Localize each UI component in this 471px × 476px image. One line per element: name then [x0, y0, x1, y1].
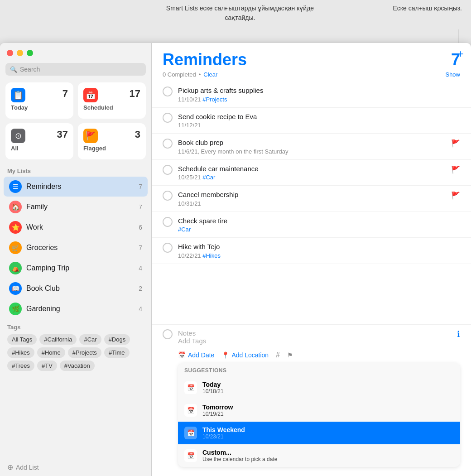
- tag-all-tags[interactable]: All Tags: [7, 334, 37, 345]
- reminder-item[interactable]: Check spare tire #Car: [152, 212, 471, 238]
- suggestions-header: Suggestions: [178, 363, 460, 376]
- suggestion-tomorrow[interactable]: 📅 Tomorrow 10/19/21: [178, 399, 460, 422]
- reminder-content-2: Send cookie recipe to Eva 11/12/21: [178, 112, 460, 129]
- list-item-bookclub[interactable]: 📖 Book Club 2: [4, 279, 148, 298]
- list-item-reminders[interactable]: ☰ Reminders 7: [4, 177, 148, 197]
- hashtag-button[interactable]: #: [276, 351, 280, 359]
- close-button[interactable]: [7, 50, 13, 56]
- reminder-tag-7[interactable]: #Hikes: [202, 252, 221, 259]
- reminder-checkbox-3[interactable]: [163, 139, 173, 149]
- list-item-work[interactable]: ⭐ Work 6: [4, 217, 148, 237]
- tag-hikes[interactable]: #Hikes: [7, 347, 34, 358]
- add-location-button[interactable]: 📍 Add Location: [221, 351, 269, 359]
- reminder-checkbox-4[interactable]: [163, 165, 173, 175]
- list-count-gardening: 4: [139, 305, 142, 313]
- suggestion-icon-weekend: 📅: [184, 427, 197, 439]
- suggestion-text-tomorrow: Tomorrow 10/19/21: [202, 404, 233, 417]
- reminder-flag-4: 🚩: [451, 165, 460, 174]
- reminder-checkbox-5[interactable]: [163, 191, 173, 201]
- tag-dogs[interactable]: #Dogs: [104, 334, 130, 345]
- reminders-subtitle: 0 Completed • Clear Show: [163, 71, 460, 78]
- tag-time[interactable]: #Time: [104, 347, 130, 358]
- suggestion-title-weekend: This Weekend: [202, 426, 245, 433]
- smart-list-scheduled[interactable]: 📅 17 Scheduled: [78, 82, 146, 119]
- tag-projects[interactable]: #Projects: [68, 347, 101, 358]
- reminder-content-6: Check spare tire #Car: [178, 216, 460, 233]
- reminder-checkbox-7[interactable]: [163, 243, 173, 253]
- reminder-meta-1: 11/10/21 #Projects: [178, 96, 460, 103]
- groceries-icon: 🛒: [9, 241, 22, 254]
- reminder-item[interactable]: Book club prep 11/6/21, Every month on t…: [152, 134, 471, 160]
- completed-text: 0 Completed: [163, 71, 196, 78]
- reminder-tag-4[interactable]: #Car: [202, 174, 215, 181]
- reminder-title-2: Send cookie recipe to Eva: [178, 112, 460, 121]
- tags-input[interactable]: Add Tags: [178, 337, 452, 345]
- suggestion-text-today: Today 10/18/21: [202, 381, 224, 394]
- show-button[interactable]: Show: [445, 71, 460, 78]
- tag-vacation[interactable]: #Vacation: [60, 361, 95, 371]
- tag-home[interactable]: #Home: [37, 347, 65, 358]
- today-count: 7: [62, 88, 68, 100]
- tag-trees[interactable]: #Trees: [7, 361, 34, 371]
- suggestion-icon-custom: 📅: [184, 449, 197, 462]
- tag-car[interactable]: #Car: [79, 334, 101, 345]
- minimize-button[interactable]: [17, 50, 23, 56]
- list-item-gardening[interactable]: 🌿 Gardening 4: [4, 299, 148, 319]
- add-reminder-button[interactable]: +: [457, 48, 464, 59]
- suggestion-this-weekend[interactable]: 📅 This Weekend 10/23/21: [178, 422, 460, 444]
- smart-list-all[interactable]: ⊙ 37 All: [5, 123, 73, 159]
- clear-button[interactable]: Clear: [203, 71, 217, 78]
- reminder-content-3: Book club prep 11/6/21, Every month on t…: [178, 138, 446, 155]
- all-count: 37: [57, 129, 68, 140]
- bookclub-icon: 📖: [9, 282, 22, 295]
- suggestion-today[interactable]: 📅 Today 10/18/21: [178, 376, 460, 399]
- reminder-tag-6[interactable]: #Car: [178, 226, 191, 233]
- camping-icon: ⛺: [9, 262, 22, 274]
- add-list-button[interactable]: ⊕ Add List: [0, 458, 151, 476]
- tooltip-left: Smart Lists еске салғыштарды ұйымдасқан …: [161, 4, 319, 23]
- search-input[interactable]: Search: [20, 66, 141, 73]
- reminder-meta-7: 10/22/21 #Hikes: [178, 252, 460, 259]
- scheduled-icon: 📅: [83, 88, 98, 102]
- suggestion-custom[interactable]: 📅 Custom... Use the calendar to pick a d…: [178, 444, 460, 467]
- new-reminder-area: Notes Add Tags ℹ 📅 Add Date 📍 Add Locati…: [152, 324, 471, 476]
- reminder-checkbox-2[interactable]: [163, 113, 173, 123]
- smart-list-flagged[interactable]: 🚩 3 Flagged: [78, 123, 146, 159]
- list-item-family[interactable]: 🏠 Family 7: [4, 197, 148, 217]
- list-count-work: 6: [139, 224, 142, 231]
- reminder-checkbox-1[interactable]: [163, 87, 173, 96]
- add-date-label: Add Date: [188, 351, 214, 359]
- today-label: Today: [11, 104, 68, 111]
- smart-list-today[interactable]: 📋 7 Today: [5, 82, 73, 119]
- flag-button[interactable]: ⚑: [287, 351, 293, 359]
- reminder-item[interactable]: Hike with Tejo 10/22/21 #Hikes: [152, 238, 471, 264]
- notes-input[interactable]: Notes: [178, 329, 452, 337]
- list-item-groceries[interactable]: 🛒 Groceries 7: [4, 238, 148, 258]
- info-icon[interactable]: ℹ: [457, 329, 460, 339]
- suggestions-panel: Suggestions 📅 Today 10/18/21 📅 Tomorrow …: [178, 363, 460, 467]
- list-item-camping[interactable]: ⛺ Camping Trip 4: [4, 258, 148, 278]
- work-icon: ⭐: [9, 221, 22, 234]
- reminder-flag-5: 🚩: [451, 191, 460, 200]
- maximize-button[interactable]: [27, 50, 33, 56]
- reminder-item[interactable]: Send cookie recipe to Eva 11/12/21: [152, 108, 471, 134]
- list-name-bookclub: Book Club: [26, 284, 134, 293]
- reminder-item[interactable]: Pickup arts & crafts supplies 11/10/21 #…: [152, 82, 471, 108]
- main-content: + Reminders 7 0 Completed • Clear Show P…: [152, 43, 471, 476]
- add-date-button[interactable]: 📅 Add Date: [178, 351, 214, 359]
- tag-california[interactable]: #California: [39, 334, 77, 345]
- smart-lists-grid: 📋 7 Today 📅 17 Scheduled ⊙ 37 All: [0, 80, 151, 165]
- flagged-icon: 🚩: [83, 129, 98, 143]
- new-reminder-checkbox[interactable]: [163, 329, 173, 339]
- add-list-icon: ⊕: [7, 463, 13, 471]
- reminder-checkbox-6[interactable]: [163, 217, 173, 227]
- tag-tv[interactable]: #TV: [37, 361, 57, 371]
- suggestion-title-today: Today: [202, 381, 224, 388]
- search-bar[interactable]: 🔍 Search: [5, 63, 146, 76]
- reminder-item[interactable]: Schedule car maintenance 10/25/21 #Car 🚩: [152, 160, 471, 186]
- reminder-item[interactable]: Cancel membership 10/31/21 🚩: [152, 186, 471, 212]
- reminder-tag-1[interactable]: #Projects: [202, 96, 227, 103]
- reminder-meta-4: 10/25/21 #Car: [178, 174, 446, 181]
- new-reminder-row: Notes Add Tags ℹ: [163, 329, 460, 345]
- flagged-label: Flagged: [83, 145, 140, 152]
